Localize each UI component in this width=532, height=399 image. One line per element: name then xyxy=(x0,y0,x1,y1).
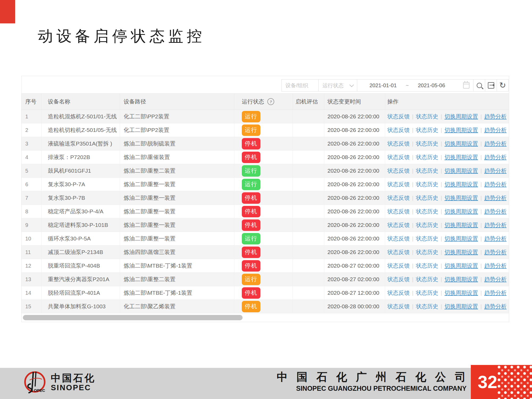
action-link[interactable]: 状态反馈 xyxy=(387,290,410,296)
header-cell-assess: 启机评估 xyxy=(293,94,324,110)
action-link[interactable]: 切换周期设置 xyxy=(444,222,478,228)
action-link[interactable]: 切换周期设置 xyxy=(444,290,478,296)
action-link[interactable]: 状态历史 xyxy=(416,181,438,187)
action-link[interactable]: 趋势分析 xyxy=(484,222,506,228)
action-link[interactable]: 切换周期设置 xyxy=(444,181,478,187)
row-actions: 状态反馈|状态历史|切换周期设置|趋势分析 xyxy=(385,123,509,137)
refresh-button[interactable]: ↻ xyxy=(497,79,509,92)
action-link[interactable]: 趋势分析 xyxy=(484,276,506,282)
action-separator: | xyxy=(480,235,482,242)
row-actions: 状态反馈|状态历史|切换周期设置|趋势分析 xyxy=(385,191,509,205)
action-link[interactable]: 状态反馈 xyxy=(387,127,410,133)
action-separator: | xyxy=(412,235,413,242)
action-link[interactable]: 状态反馈 xyxy=(387,195,410,201)
row-actions: 状态反馈|状态历史|切换周期设置|趋势分析 xyxy=(385,137,509,150)
scrollbar-thumb[interactable] xyxy=(23,315,243,320)
action-link[interactable]: 状态历史 xyxy=(416,140,438,147)
action-link[interactable]: 状态历史 xyxy=(416,113,438,119)
action-link[interactable]: 状态反馈 xyxy=(387,222,410,228)
date-end[interactable]: 2021-05-06 xyxy=(418,82,445,89)
table-body: 1 造粒机混炼机Z-501/01-无线 化工二部\PP2装置 运行 2020-0… xyxy=(22,110,509,313)
action-link[interactable]: 状态反馈 xyxy=(387,235,410,242)
startup-assessment-cell xyxy=(293,232,324,245)
action-link[interactable]: 切换周期设置 xyxy=(444,263,478,269)
action-link[interactable]: 趋势分析 xyxy=(484,113,506,119)
action-link[interactable]: 趋势分析 xyxy=(484,168,506,174)
action-link[interactable]: 切换周期设置 xyxy=(444,276,478,282)
status-change-time-cell: 2020-08-26 22:00:00 xyxy=(324,191,385,205)
action-link[interactable]: 切换周期设置 xyxy=(444,127,478,133)
action-link[interactable]: 趋势分析 xyxy=(484,290,506,296)
action-link[interactable]: 状态历史 xyxy=(416,276,438,282)
table-row: 5 鼓风机F601GFJ1 炼油二部\重整二装置 运行 2020-08-26 2… xyxy=(22,164,509,178)
action-link[interactable]: 切换周期设置 xyxy=(444,154,478,160)
status-badge: 停机 xyxy=(242,301,260,312)
action-link[interactable]: 切换周期设置 xyxy=(444,195,478,201)
action-link[interactable]: 状态历史 xyxy=(416,127,438,133)
device-path-cell: 炼油二部\重整一装置 xyxy=(120,191,234,205)
date-separator: ~ xyxy=(406,82,409,89)
row-number-cell: 1 xyxy=(22,110,41,123)
action-link[interactable]: 切换周期设置 xyxy=(444,249,478,255)
action-link[interactable]: 状态历史 xyxy=(416,222,438,228)
header-cell-ops: 操作 xyxy=(385,94,509,110)
action-link[interactable]: 切换周期设置 xyxy=(444,303,478,309)
action-link[interactable]: 状态反馈 xyxy=(387,140,410,147)
device-name-cell: 稳定塔进料泵30-P-101B xyxy=(41,218,120,232)
action-link[interactable]: 状态反馈 xyxy=(387,154,410,160)
action-separator: | xyxy=(412,140,413,147)
device-org-input[interactable]: 设备/组织 xyxy=(281,79,319,92)
action-link[interactable]: 状态反馈 xyxy=(387,249,410,255)
startup-assessment-cell xyxy=(293,164,324,177)
action-link[interactable]: 状态历史 xyxy=(416,303,438,309)
action-separator: | xyxy=(412,208,413,214)
action-link[interactable]: 状态反馈 xyxy=(387,303,410,309)
action-link[interactable]: 状态历史 xyxy=(416,154,438,160)
action-link[interactable]: 状态反馈 xyxy=(387,181,410,187)
action-link[interactable]: 状态历史 xyxy=(416,290,438,296)
action-link[interactable]: 状态历史 xyxy=(416,263,438,269)
action-link[interactable]: 状态历史 xyxy=(416,208,438,214)
action-link[interactable]: 趋势分析 xyxy=(484,154,506,160)
action-link[interactable]: 趋势分析 xyxy=(484,140,506,147)
run-status-cell: 运行 xyxy=(234,178,293,191)
action-link[interactable]: 切换周期设置 xyxy=(444,140,478,147)
action-link[interactable]: 趋势分析 xyxy=(484,235,506,242)
action-link[interactable]: 趋势分析 xyxy=(484,303,506,309)
export-button[interactable] xyxy=(485,79,497,92)
action-link[interactable]: 切换周期设置 xyxy=(444,168,478,174)
action-link[interactable]: 趋势分析 xyxy=(484,208,506,214)
action-link[interactable]: 趋势分析 xyxy=(484,181,506,187)
action-separator: | xyxy=(480,222,482,228)
action-link[interactable]: 状态历史 xyxy=(416,249,438,255)
date-range-picker[interactable]: 2021-01-01 ~ 2021-05-06 xyxy=(357,79,473,92)
action-separator: | xyxy=(440,290,442,296)
action-link[interactable]: 状态历史 xyxy=(416,168,438,174)
startup-assessment-cell xyxy=(293,191,324,205)
device-name-cell: 复水泵30-P-7B xyxy=(41,191,120,205)
action-link[interactable]: 切换周期设置 xyxy=(444,113,478,119)
action-link[interactable]: 状态反馈 xyxy=(387,208,410,214)
action-link[interactable]: 切换周期设置 xyxy=(444,235,478,242)
run-status-select[interactable]: 运行状态 xyxy=(318,79,357,92)
action-link[interactable]: 状态反馈 xyxy=(387,113,410,119)
row-actions: 状态反馈|状态历史|切换周期设置|趋势分析 xyxy=(385,232,509,245)
action-link[interactable]: 状态反馈 xyxy=(387,168,410,174)
action-link[interactable]: 状态反馈 xyxy=(387,263,410,269)
action-link[interactable]: 状态历史 xyxy=(416,235,438,242)
help-icon[interactable] xyxy=(267,98,274,105)
action-separator: | xyxy=(440,140,442,147)
table-row: 8 稳定塔产品泵30-P-4/A 炼油二部\重整一装置 停机 2020-08-2… xyxy=(22,205,509,218)
action-link[interactable]: 状态反馈 xyxy=(387,276,410,282)
search-button[interactable] xyxy=(473,79,485,92)
device-path-cell: 炼油二部\重整一装置 xyxy=(120,205,234,218)
action-separator: | xyxy=(412,113,413,119)
action-link[interactable]: 趋势分析 xyxy=(484,195,506,201)
action-link[interactable]: 趋势分析 xyxy=(484,127,506,133)
date-start[interactable]: 2021-01-01 xyxy=(369,82,397,89)
action-link[interactable]: 趋势分析 xyxy=(484,249,506,255)
row-number-cell: 4 xyxy=(22,151,41,164)
action-link[interactable]: 切换周期设置 xyxy=(444,208,478,214)
action-link[interactable]: 状态历史 xyxy=(416,195,438,201)
action-link[interactable]: 趋势分析 xyxy=(484,263,506,269)
